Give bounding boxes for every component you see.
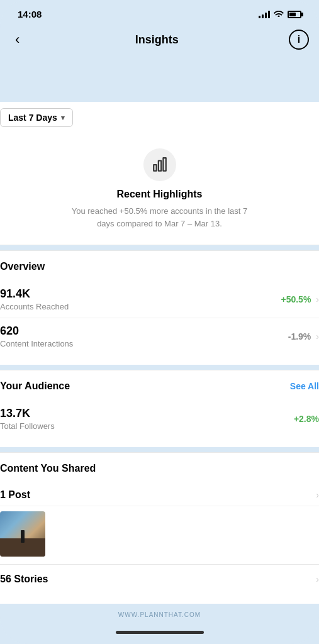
- highlights-section: Recent Highlights You reached +50.5% mor…: [0, 133, 319, 245]
- content-interactions-left: 620 Content Interactions: [0, 325, 73, 348]
- page-title: Insights: [135, 33, 179, 47]
- content-shared-header: Content You Shared: [0, 463, 319, 474]
- accounts-reached-right: +50.5% ›: [281, 294, 319, 304]
- audience-section: Your Audience See All 13.7K Total Follow…: [0, 370, 319, 447]
- chevron-right-icon: ›: [316, 574, 319, 584]
- post-thumbnail[interactable]: [0, 511, 45, 557]
- total-followers-left: 13.7K Total Followers: [0, 407, 55, 431]
- back-button[interactable]: ‹: [10, 30, 25, 49]
- svg-rect-2: [163, 158, 165, 171]
- content-interactions-row[interactable]: 620 Content Interactions -1.9% ›: [0, 318, 319, 355]
- overview-title: Overview: [0, 261, 45, 272]
- accounts-reached-label: Accounts Reached: [0, 302, 69, 311]
- accounts-reached-row[interactable]: 91.4K Accounts Reached +50.5% ›: [0, 281, 319, 318]
- highlights-description: You reached +50.5% more accounts in the …: [72, 205, 248, 230]
- date-filter-button[interactable]: Last 7 Days ▾: [0, 108, 73, 127]
- filter-label: Last 7 Days: [8, 113, 57, 123]
- battery-icon: [288, 11, 301, 18]
- accounts-reached-change: +50.5%: [281, 294, 311, 304]
- phone-frame: 14:08 ‹ Insights i L: [0, 0, 319, 644]
- chevron-right-icon: ›: [316, 490, 319, 500]
- total-followers-change: +2.8%: [294, 414, 319, 424]
- content-shared-section: Content You Shared 1 Post › 56 Stories ›: [0, 452, 319, 604]
- see-all-button[interactable]: See All: [290, 381, 319, 391]
- chart-icon-circle: [143, 148, 176, 181]
- footer: WWW.PLANNTHAT.COM: [0, 604, 319, 626]
- audience-header: Your Audience See All: [0, 380, 319, 392]
- accounts-reached-value: 91.4K: [0, 287, 69, 301]
- svg-rect-0: [154, 165, 156, 171]
- chevron-right-icon: ›: [316, 331, 319, 341]
- footer-url: WWW.PLANNTHAT.COM: [118, 611, 201, 618]
- total-followers-value: 13.7K: [0, 407, 55, 420]
- highlights-title: Recent Highlights: [116, 189, 202, 200]
- content-interactions-right: -1.9% ›: [288, 331, 319, 341]
- total-followers-row[interactable]: 13.7K Total Followers +2.8%: [0, 401, 319, 437]
- filter-bar: Last 7 Days ▾: [0, 102, 319, 133]
- chevron-down-icon: ▾: [61, 114, 65, 122]
- overview-section: Overview 91.4K Accounts Reached +50.5% ›…: [0, 250, 319, 365]
- audience-title: Your Audience: [0, 380, 70, 392]
- overview-header: Overview: [0, 261, 319, 272]
- status-bar: 14:08: [0, 0, 319, 23]
- signal-icon: [259, 11, 270, 18]
- home-indicator: [0, 626, 319, 644]
- status-time: 14:08: [18, 9, 42, 19]
- content-interactions-value: 620: [0, 325, 73, 338]
- accounts-reached-left: 91.4K Accounts Reached: [0, 287, 69, 311]
- header: ‹ Insights i: [10, 23, 309, 57]
- post-label: 1 Post: [0, 489, 30, 501]
- chevron-right-icon: ›: [316, 294, 319, 304]
- content-interactions-change: -1.9%: [288, 331, 311, 341]
- svg-rect-1: [158, 161, 160, 171]
- info-button[interactable]: i: [289, 30, 309, 50]
- bar-chart-icon: [152, 157, 168, 173]
- home-bar: [116, 631, 204, 634]
- main-content: ‹ Insights i: [0, 23, 319, 102]
- status-icons: [259, 9, 301, 19]
- total-followers-label: Total Followers: [0, 421, 55, 431]
- wifi-icon: [274, 9, 284, 19]
- content-shared-title: Content You Shared: [0, 463, 96, 474]
- post-row[interactable]: 1 Post ›: [0, 483, 319, 506]
- stories-row[interactable]: 56 Stories ›: [0, 565, 319, 594]
- stories-label: 56 Stories: [0, 574, 48, 585]
- content-interactions-label: Content Interactions: [0, 339, 73, 348]
- total-followers-right: +2.8%: [294, 414, 319, 424]
